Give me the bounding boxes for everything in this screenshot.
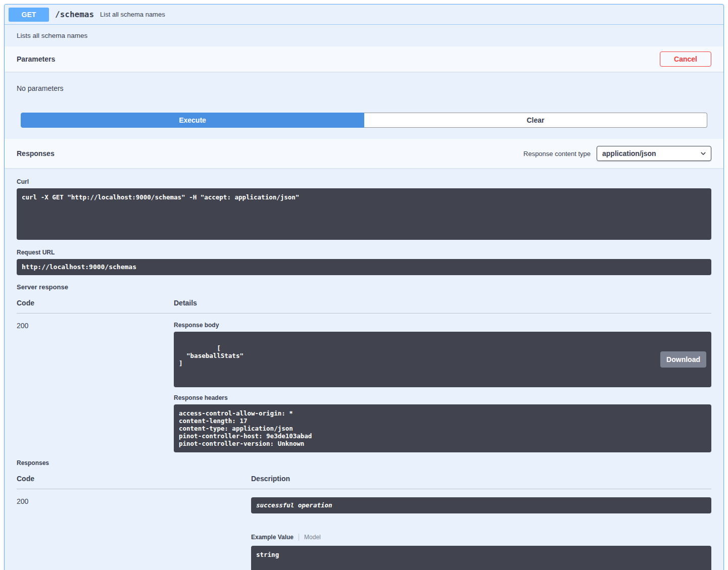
column-header-details: Details: [174, 299, 197, 307]
content-type-value: application/json: [602, 149, 656, 158]
download-button[interactable]: Download: [660, 351, 706, 368]
method-badge: GET: [9, 8, 49, 22]
column-header-description: Description: [251, 475, 290, 483]
request-url-label: Request URL: [17, 249, 711, 256]
example-value: string: [251, 546, 711, 570]
operation-description: Lists all schema names: [5, 25, 723, 46]
documented-responses-label: Responses: [17, 459, 711, 467]
operation-summary-text: List all schema names: [100, 11, 165, 18]
parameters-header: Parameters Cancel: [5, 46, 723, 72]
response-description: successful operation: [251, 497, 711, 513]
documented-response-code: 200: [17, 497, 251, 570]
column-header-code: Code: [17, 475, 251, 483]
server-response-row: 200 Response body [ "baseballStats" ] Do…: [17, 314, 711, 452]
tab-separator: [299, 534, 299, 541]
server-response-table-head: Code Details: [17, 294, 711, 314]
execute-button-row: Execute Clear: [5, 113, 723, 139]
chevron-down-icon: [700, 150, 707, 157]
clear-button[interactable]: Clear: [364, 113, 707, 128]
response-body-label: Response body: [174, 322, 711, 329]
response-body-value: [ "baseballStats" ]: [179, 344, 244, 367]
response-headers-label: Response headers: [174, 394, 711, 401]
responses-header: Responses Response content type applicat…: [5, 139, 723, 168]
no-parameters-text: No parameters: [5, 72, 723, 113]
operation-summary-bar[interactable]: GET /schemas List all schema names: [5, 5, 723, 25]
response-code: 200: [17, 322, 174, 452]
responses-body: Curl curl -X GET "http://localhost:9000/…: [5, 168, 723, 570]
documented-response-row: 200 successful operation Example Value M…: [17, 489, 711, 570]
model-example-tabs: Example Value Model: [251, 534, 711, 541]
documented-responses-table-head: Code Description: [17, 470, 711, 489]
curl-label: Curl: [17, 178, 711, 185]
tab-model[interactable]: Model: [304, 534, 321, 541]
response-body-container: [ "baseballStats" ] Download: [174, 332, 711, 387]
server-response-label: Server response: [17, 283, 711, 291]
response-content-type: Response content type application/json: [523, 146, 711, 161]
content-type-select[interactable]: application/json: [597, 146, 711, 161]
responses-title: Responses: [17, 149, 55, 158]
operation-path: /schemas: [55, 10, 94, 19]
request-url-value: http://localhost:9000/schemas: [17, 259, 711, 275]
curl-command[interactable]: curl -X GET "http://localhost:9000/schem…: [17, 188, 711, 240]
response-headers-value: access-control-allow-origin: * content-l…: [174, 404, 711, 452]
tab-example-value[interactable]: Example Value: [251, 534, 294, 541]
execute-button[interactable]: Execute: [21, 113, 364, 128]
operation-block: GET /schemas List all schema names Lists…: [4, 4, 724, 570]
documented-response-description-cell: successful operation Example Value Model…: [251, 497, 711, 570]
content-type-label: Response content type: [523, 150, 591, 158]
parameters-title: Parameters: [17, 55, 55, 63]
column-header-code: Code: [17, 299, 174, 307]
response-details-cell: Response body [ "baseballStats" ] Downlo…: [174, 322, 711, 452]
cancel-button[interactable]: Cancel: [660, 51, 711, 67]
